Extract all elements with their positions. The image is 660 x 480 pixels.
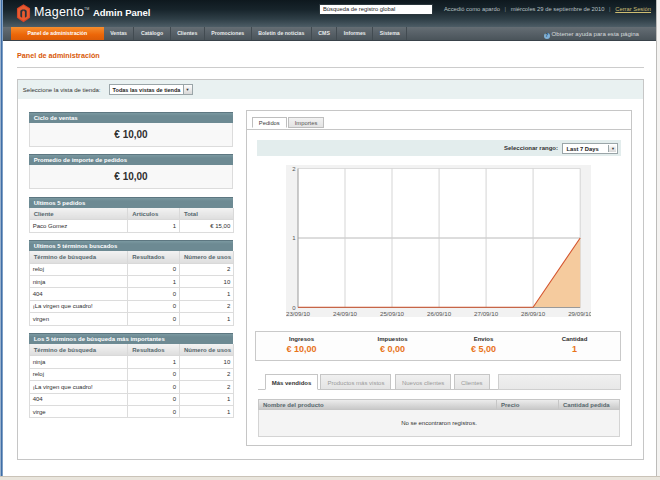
svg-text:24/09/10: 24/09/10 [333,310,358,317]
svg-text:28/09/10: 28/09/10 [521,310,546,317]
svg-text:27/09/10: 27/09/10 [474,310,499,317]
svg-text:1: 1 [292,236,296,242]
svg-text:23/09/10: 23/09/10 [286,310,311,317]
svg-text:29/09/10: 29/09/10 [568,310,591,317]
svg-text:25/09/10: 25/09/10 [380,310,405,317]
svg-text:26/09/10: 26/09/10 [427,310,452,317]
svg-text:2: 2 [292,166,296,172]
